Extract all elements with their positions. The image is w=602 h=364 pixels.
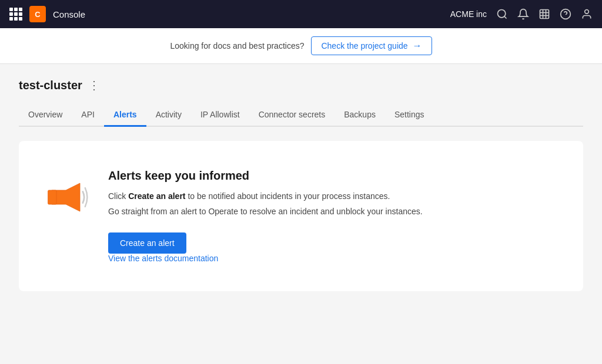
create-alert-button[interactable]: Create an alert — [108, 232, 186, 254]
navbar-right: ACME inc — [450, 8, 593, 20]
grid-icon[interactable] — [9, 8, 22, 21]
bell-icon[interactable] — [517, 8, 529, 20]
svg-point-0 — [498, 10, 506, 18]
search-icon[interactable] — [496, 8, 508, 20]
svg-point-9 — [585, 10, 589, 14]
tab-connector-secrets[interactable]: Connector secrets — [249, 104, 335, 127]
svg-rect-2 — [540, 10, 549, 19]
org-name: ACME inc — [450, 9, 487, 19]
logo[interactable]: C — [29, 6, 46, 22]
tab-ip-allowlist[interactable]: IP Allowlist — [191, 104, 249, 127]
tab-settings[interactable]: Settings — [385, 104, 434, 127]
banner: Looking for docs and best practices? Che… — [0, 28, 602, 64]
alert-body-line2: Go straight from an alert to Operate to … — [108, 205, 423, 218]
user-icon[interactable] — [581, 8, 593, 20]
svg-rect-11 — [48, 190, 56, 204]
tab-backups[interactable]: Backups — [335, 104, 385, 127]
alert-heading: Alerts keep you informed — [108, 169, 423, 183]
help-icon[interactable] — [560, 8, 571, 20]
app-title: Console — [53, 9, 85, 19]
page-content: test-cluster ⋮ Overview API Alerts Activ… — [0, 64, 602, 305]
navbar: C Console ACME inc — [0, 0, 602, 28]
arrow-icon: → — [413, 41, 422, 51]
alert-illustration — [42, 174, 89, 223]
tab-overview[interactable]: Overview — [19, 104, 72, 127]
banner-text: Looking for docs and best practices? — [170, 41, 304, 50]
alert-body-line1: Click Create an alert to be notified abo… — [108, 190, 423, 203]
more-options-icon[interactable]: ⋮ — [88, 78, 100, 92]
svg-line-1 — [504, 16, 507, 19]
cluster-header: test-cluster ⋮ — [19, 78, 583, 92]
table-icon[interactable] — [539, 8, 550, 20]
alert-card-inner: Alerts keep you informed Click Create an… — [42, 169, 423, 263]
tab-alerts[interactable]: Alerts — [104, 104, 146, 127]
alerts-documentation-link[interactable]: View the alerts documentation — [108, 254, 218, 263]
project-guide-link[interactable]: Check the project guide → — [311, 36, 432, 55]
alert-text: Alerts keep you informed Click Create an… — [108, 169, 423, 263]
cluster-name: test-cluster — [19, 79, 82, 92]
tab-api[interactable]: API — [72, 104, 104, 127]
alert-card: Alerts keep you informed Click Create an… — [19, 141, 583, 291]
tabs: Overview API Alerts Activity IP Allowlis… — [19, 104, 583, 127]
tab-activity[interactable]: Activity — [146, 104, 191, 127]
navbar-left: C Console — [9, 6, 85, 22]
